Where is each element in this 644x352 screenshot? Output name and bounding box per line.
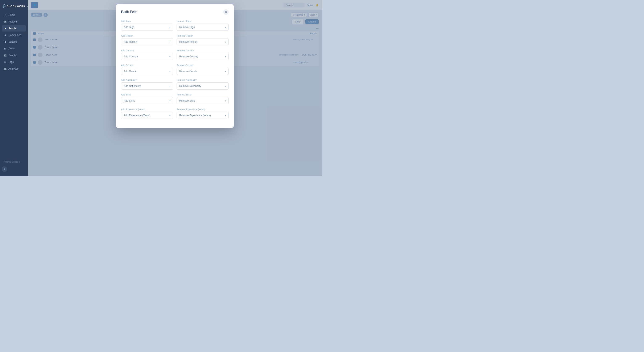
remove-skills-label: Remove Skills bbox=[176, 93, 229, 96]
add-country-select[interactable]: Add Country ▾ bbox=[121, 53, 173, 60]
sidebar-nav: ⌂ Home ▣ Projects ● People ◈ Companies ◆… bbox=[0, 12, 28, 159]
add-gender-select[interactable]: Add Gender ▾ bbox=[121, 68, 173, 75]
add-tags-value: Add Tags bbox=[124, 26, 134, 29]
sidebar-item-people[interactable]: ● People bbox=[2, 25, 26, 32]
chevron-down-icon: ▾ bbox=[170, 70, 170, 73]
companies-icon: ◈ bbox=[4, 34, 7, 37]
main-content: 🌐 Tasks 🔔 senior... + ⚙ Settings ▾ bbox=[28, 0, 322, 176]
add-tags-select[interactable]: Add Tags ▾ bbox=[121, 24, 173, 31]
remove-skills-group: Remove Skills Remove Skills ▾ bbox=[176, 93, 229, 104]
sidebar-item-label: Analytics bbox=[8, 67, 18, 70]
add-experience-select[interactable]: Add Experience (Years) ▾ bbox=[121, 112, 173, 119]
tags-icon: ◎ bbox=[4, 61, 7, 64]
projects-icon: ▣ bbox=[4, 20, 7, 23]
add-experience-label: Add Experience (Years) bbox=[121, 108, 173, 111]
sidebar-bottom: i bbox=[0, 165, 28, 173]
remove-region-value: Remove Region bbox=[179, 40, 197, 43]
add-skills-group: Add Skills Add Skills ▾ bbox=[121, 93, 173, 104]
remove-region-select[interactable]: Remove Region ▾ bbox=[176, 38, 229, 46]
add-nationality-group: Add Nationality Add Nationality ▾ bbox=[121, 79, 173, 90]
chevron-down-icon: ▾ bbox=[225, 85, 226, 87]
add-nationality-label: Add Nationality bbox=[121, 79, 173, 81]
remove-experience-value: Remove Experience (Years) bbox=[179, 114, 211, 117]
sidebar-item-label: Tags bbox=[8, 61, 14, 64]
sidebar-item-label: Projects bbox=[8, 20, 18, 23]
people-icon: ● bbox=[4, 27, 7, 30]
remove-country-value: Remove Country bbox=[179, 55, 198, 58]
add-tags-label: Add Tags bbox=[121, 20, 173, 22]
remove-gender-value: Remove Gender bbox=[179, 70, 198, 73]
remove-tags-group: Remove Tags Remove Tags ▾ bbox=[176, 20, 229, 31]
bulk-edit-modal: Bulk Edit ✕ Add Tags Add Tags ▾ Remove T… bbox=[116, 4, 234, 128]
chevron-down-icon: ▾ bbox=[225, 26, 226, 28]
modal-header: Bulk Edit ✕ bbox=[121, 9, 229, 15]
add-region-group: Add Region Add Region ▾ bbox=[121, 35, 173, 46]
remove-experience-select[interactable]: Remove Experience (Years) ▾ bbox=[176, 112, 229, 119]
nationality-row: Add Nationality Add Nationality ▾ Remove… bbox=[121, 79, 229, 90]
sidebar-item-companies[interactable]: ◈ Companies bbox=[2, 32, 26, 38]
remove-country-group: Remove Country Remove Country ▾ bbox=[176, 49, 229, 60]
add-country-value: Add Country bbox=[124, 55, 138, 58]
modal-overlay: Bulk Edit ✕ Add Tags Add Tags ▾ Remove T… bbox=[28, 0, 322, 176]
sidebar-item-tags[interactable]: ◎ Tags bbox=[2, 59, 26, 65]
remove-country-select[interactable]: Remove Country ▾ bbox=[176, 53, 229, 60]
sidebar-item-label: Companies bbox=[8, 34, 21, 37]
chevron-down-icon: ▾ bbox=[225, 41, 226, 43]
skills-row: Add Skills Add Skills ▾ Remove Skills Re… bbox=[121, 93, 229, 104]
sidebar-item-analytics[interactable]: ▦ Analytics bbox=[2, 66, 26, 72]
add-nationality-value: Add Nationality bbox=[124, 85, 141, 88]
remove-region-group: Remove Region Remove Region ▾ bbox=[176, 35, 229, 46]
sidebar-item-label: Deals bbox=[8, 47, 15, 50]
remove-country-label: Remove Country bbox=[176, 49, 229, 52]
remove-tags-label: Remove Tags bbox=[176, 20, 229, 22]
chevron-down-icon: ▾ bbox=[225, 70, 226, 73]
logo-icon: C bbox=[3, 4, 6, 9]
add-tags-group: Add Tags Add Tags ▾ bbox=[121, 20, 173, 31]
add-gender-group: Add Gender Add Gender ▾ bbox=[121, 64, 173, 75]
chevron-down-icon: ▾ bbox=[170, 56, 170, 58]
app-logo[interactable]: C CLOCKWORK ▾ bbox=[0, 3, 28, 12]
add-skills-select[interactable]: Add Skills ▾ bbox=[121, 97, 173, 104]
sidebar-item-events[interactable]: ◩ Events bbox=[2, 52, 26, 59]
sidebar-item-deals[interactable]: ⊞ Deals bbox=[2, 46, 26, 52]
sidebar-item-schools[interactable]: ◆ Schools bbox=[2, 39, 26, 45]
sidebar-item-label: Home bbox=[8, 14, 15, 17]
remove-nationality-value: Remove Nationality bbox=[179, 85, 201, 88]
remove-nationality-group: Remove Nationality Remove Nationality ▾ bbox=[176, 79, 229, 90]
add-experience-group: Add Experience (Years) Add Experience (Y… bbox=[121, 108, 173, 119]
home-icon: ⌂ bbox=[4, 14, 7, 17]
add-gender-value: Add Gender bbox=[124, 70, 138, 73]
remove-gender-select[interactable]: Remove Gender ▾ bbox=[176, 68, 229, 75]
analytics-icon: ▦ bbox=[4, 67, 7, 70]
add-country-label: Add Country bbox=[121, 49, 173, 52]
app-title: CLOCKWORK bbox=[7, 5, 26, 8]
chevron-down-icon: ▾ bbox=[225, 56, 226, 58]
experience-row: Add Experience (Years) Add Experience (Y… bbox=[121, 108, 229, 119]
gender-row: Add Gender Add Gender ▾ Remove Gender Re… bbox=[121, 64, 229, 75]
region-row: Add Region Add Region ▾ Remove Region Re… bbox=[121, 35, 229, 46]
add-region-select[interactable]: Add Region ▾ bbox=[121, 38, 173, 46]
remove-tags-select[interactable]: Remove Tags ▾ bbox=[176, 24, 229, 31]
chevron-down-icon: ▾ bbox=[170, 26, 170, 28]
sidebar-item-label: Schools bbox=[8, 40, 18, 43]
chevron-down-icon: ▾ bbox=[170, 41, 170, 43]
sidebar-item-home[interactable]: ⌂ Home bbox=[2, 12, 26, 18]
modal-close-button[interactable]: ✕ bbox=[223, 9, 229, 15]
remove-gender-label: Remove Gender bbox=[176, 64, 229, 67]
info-button[interactable]: i bbox=[2, 166, 7, 172]
chevron-down-icon: ▾ bbox=[170, 85, 170, 87]
chevron-down-icon: ▾ bbox=[170, 114, 170, 117]
add-nationality-select[interactable]: Add Nationality ▾ bbox=[121, 82, 173, 90]
remove-skills-select[interactable]: Remove Skills ▾ bbox=[176, 97, 229, 104]
add-region-value: Add Region bbox=[124, 40, 137, 43]
modal-title: Bulk Edit bbox=[121, 10, 136, 14]
deals-icon: ⊞ bbox=[4, 47, 7, 50]
remove-skills-value: Remove Skills bbox=[179, 99, 195, 102]
add-skills-value: Add Skills bbox=[124, 99, 135, 102]
remove-nationality-label: Remove Nationality bbox=[176, 79, 229, 81]
chevron-right-icon: ▷ bbox=[19, 161, 20, 163]
add-country-group: Add Country Add Country ▾ bbox=[121, 49, 173, 60]
remove-nationality-select[interactable]: Remove Nationality ▾ bbox=[176, 82, 229, 90]
sidebar-item-projects[interactable]: ▣ Projects bbox=[2, 19, 26, 25]
remove-tags-value: Remove Tags bbox=[179, 26, 195, 29]
